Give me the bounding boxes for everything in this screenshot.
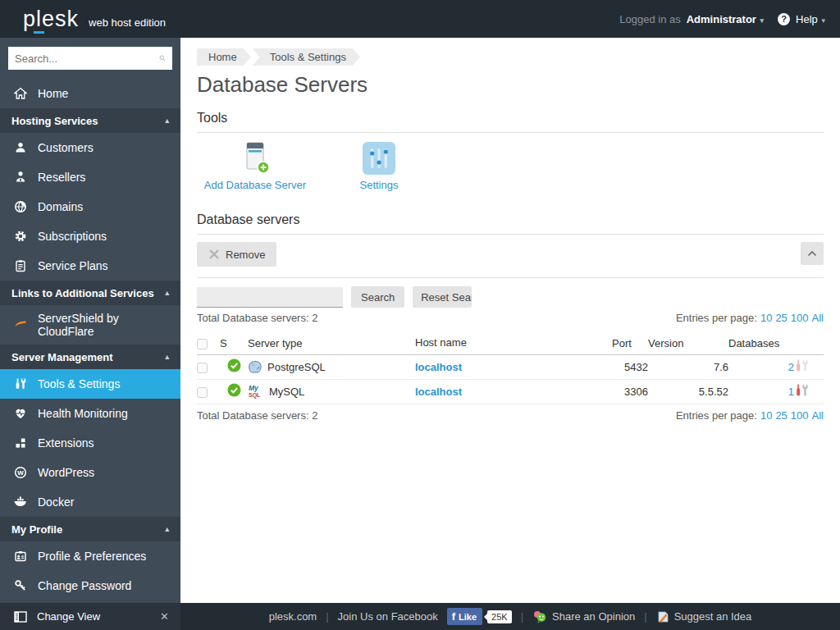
- sidebar-item-wordpress[interactable]: W WordPress: [0, 458, 180, 487]
- sidebar-item-subscriptions[interactable]: Subscriptions: [0, 221, 180, 251]
- gear-icon: [13, 230, 28, 243]
- user-menu[interactable]: Administrator ▾: [687, 13, 764, 25]
- entries-option-25[interactable]: 25: [775, 312, 787, 324]
- settings-sliders-icon: [363, 140, 395, 175]
- host-link[interactable]: localhost: [415, 386, 462, 398]
- entries-label: Entries per page:: [676, 409, 757, 422]
- host-link[interactable]: localhost: [415, 361, 462, 373]
- select-all-checkbox[interactable]: [197, 339, 208, 349]
- section-title: Server Management: [11, 351, 113, 363]
- facebook-link[interactable]: Join Us on Facebook: [338, 610, 438, 623]
- sidebar-section-my-profile[interactable]: My Profile ▴: [0, 517, 180, 541]
- reset-search-button[interactable]: Reset Search: [413, 286, 472, 308]
- totals-row-bottom: Total Database servers: 2 Entries per pa…: [197, 409, 824, 422]
- sidebar-item-profile-preferences[interactable]: Profile & Preferences: [0, 541, 180, 571]
- entries-option-all[interactable]: All: [812, 409, 824, 422]
- footer: plesk.com | Join Us on Facebook f Like 2…: [180, 603, 840, 630]
- version-value: 5.5.52: [648, 379, 728, 404]
- user-name: Administrator: [687, 13, 756, 25]
- entries-option-100[interactable]: 100: [791, 312, 809, 324]
- plesk-com-link[interactable]: plesk.com: [269, 610, 317, 623]
- row-checkbox[interactable]: [197, 387, 208, 398]
- collapse-search-button[interactable]: [801, 242, 824, 265]
- sidebar-item-tools-settings[interactable]: Tools & Settings: [0, 369, 180, 399]
- entries-option-10[interactable]: 10: [760, 409, 772, 422]
- share-opinion-link[interactable]: Share an Opinion: [552, 610, 635, 623]
- sidebar-item-docker[interactable]: Docker: [0, 487, 180, 517]
- column-header-databases[interactable]: Databases: [728, 333, 794, 354]
- help-label: Help: [796, 13, 818, 25]
- sidebar-item-health-monitoring[interactable]: Health Monitoring: [0, 399, 180, 428]
- sidebar-item-label: WordPress: [38, 466, 94, 479]
- entries-option-10[interactable]: 10: [760, 312, 772, 324]
- sidebar-section-hosting-services[interactable]: Hosting Services ▴: [0, 108, 180, 133]
- search-input[interactable]: [15, 52, 159, 65]
- change-view-button[interactable]: Change View ✕: [0, 603, 180, 630]
- settings-button[interactable]: Settings: [326, 140, 432, 191]
- column-header-host-name[interactable]: Host name: [415, 333, 612, 354]
- sidebar-item-servershield[interactable]: ServerShield by CloudFlare: [0, 305, 180, 345]
- add-database-server-button[interactable]: Add Database Server: [197, 140, 313, 191]
- sidebar-item-home[interactable]: Home: [0, 79, 180, 108]
- server-type: PostgreSQL: [267, 361, 326, 373]
- sidebar-item-label: Domains: [38, 200, 83, 213]
- table-row-postgresql: PostgreSQL localhost 5432 7.6 2: [197, 354, 824, 379]
- breadcrumb-tools-settings[interactable]: Tools & Settings: [253, 48, 360, 66]
- sidebar-item-label: Change Password: [38, 579, 131, 592]
- table-header-row: S Server type Host name Port Version Dat…: [197, 333, 824, 354]
- databases-count-link[interactable]: 1: [788, 386, 794, 398]
- postgresql-icon: [248, 359, 262, 374]
- list-search-row: Search Reset Search: [197, 286, 824, 308]
- search-button[interactable]: Search: [351, 286, 404, 308]
- section-title: Links to Additional Services: [11, 287, 154, 299]
- remove-x-icon: [208, 249, 220, 260]
- sidebar-section-additional-services[interactable]: Links to Additional Services ▴: [0, 281, 180, 305]
- entries-option-all[interactable]: All: [812, 312, 824, 324]
- svg-text:My: My: [249, 384, 259, 392]
- sidebar-item-label: Tools & Settings: [38, 377, 120, 390]
- sidebar-item-customers[interactable]: Customers: [0, 133, 180, 162]
- sidebar-section-server-management[interactable]: Server Management ▴: [0, 345, 180, 369]
- sidebar-item-domains[interactable]: Domains: [0, 192, 180, 221]
- entries-option-100[interactable]: 100: [791, 409, 809, 422]
- close-icon[interactable]: ✕: [160, 610, 169, 623]
- service-plan-icon: [13, 259, 28, 272]
- wordpress-icon: W: [13, 466, 28, 479]
- help-menu[interactable]: Help ▾: [796, 13, 825, 25]
- sidebar-item-extensions[interactable]: Extensions: [0, 428, 180, 458]
- column-header-status[interactable]: S: [220, 333, 248, 354]
- facebook-like-widget: f Like 25K: [447, 608, 512, 625]
- tool-label: Add Database Server: [204, 179, 306, 191]
- sidebar-item-service-plans[interactable]: Service Plans: [0, 251, 180, 281]
- total-count: Total Database servers: 2: [197, 409, 317, 422]
- status-ok-icon: [227, 358, 241, 372]
- sidebar-item-resellers[interactable]: Resellers: [0, 162, 180, 192]
- column-header-server-type[interactable]: Server type: [248, 333, 415, 354]
- remove-button[interactable]: Remove: [197, 242, 276, 267]
- tools-icon: [13, 377, 28, 390]
- suggest-idea-link[interactable]: Suggest an Idea: [674, 610, 752, 623]
- breadcrumb-home[interactable]: Home: [197, 48, 251, 66]
- add-database-server-icon: [238, 140, 272, 175]
- column-header-port[interactable]: Port: [612, 333, 648, 354]
- chevron-up-icon: ▴: [165, 289, 169, 297]
- chevron-down-icon: ▾: [760, 16, 765, 25]
- column-header-version[interactable]: Version: [648, 333, 728, 354]
- entries-option-25[interactable]: 25: [775, 409, 787, 422]
- facebook-like-button[interactable]: f Like: [447, 608, 482, 625]
- row-checkbox[interactable]: [197, 363, 208, 373]
- edition-label: web host edition: [89, 16, 166, 29]
- chevron-up-icon: ▴: [165, 353, 169, 361]
- databases-count-link[interactable]: 2: [788, 361, 794, 373]
- chevron-up-icon: [807, 250, 817, 257]
- plesk-logo-text: plesk: [23, 8, 79, 30]
- section-title: Hosting Services: [11, 115, 98, 127]
- list-search-input[interactable]: [197, 287, 343, 308]
- database-servers-table: S Server type Host name Port Version Dat…: [197, 333, 824, 404]
- sidebar-item-label: Subscriptions: [38, 230, 107, 243]
- sidebar-item-label: Home: [38, 87, 68, 100]
- webadmin-tools-icon[interactable]: [794, 383, 810, 398]
- sidebar-item-label: Extensions: [38, 436, 94, 450]
- sidebar-item-change-password[interactable]: Change Password: [0, 571, 180, 600]
- facebook-f-icon: f: [452, 610, 455, 623]
